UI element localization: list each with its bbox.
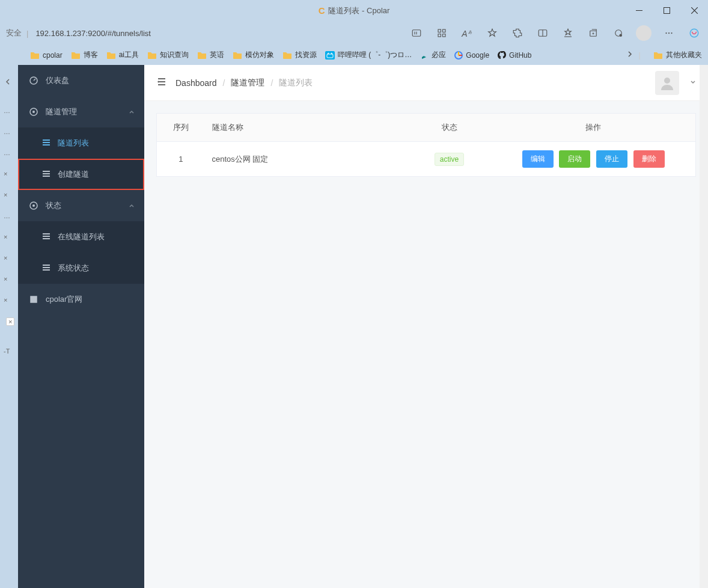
svg-rect-22 [43,144,50,145]
nav-tunnel-list[interactable]: 隧道列表 [18,127,144,159]
nav-dashboard[interactable]: 仪表盘 [18,65,144,96]
col-name-header: 隧道名称 [205,114,407,142]
bookmark-resources[interactable]: 找资源 [282,50,317,60]
nav-system-status[interactable]: 系统状态 [18,253,144,284]
nav-create-tunnel[interactable]: 创建隧道 [18,159,144,190]
tab-indicator[interactable]: … [4,128,10,135]
status-icon [29,201,38,210]
bookmark-bilibili[interactable]: 哔哩哔哩 (゜-゜)つロ… [325,50,412,60]
bookmark-imitation[interactable]: 模仿对象 [233,50,274,60]
bookmark-separator: | [639,51,641,60]
window-maximize-button[interactable] [653,0,680,21]
dashboard-icon [29,76,38,85]
nav-official-label: cpolar官网 [46,294,82,305]
bookmark-overflow-icon[interactable] [626,51,633,60]
window-close-button[interactable] [680,0,708,21]
qr-icon[interactable] [432,23,452,43]
text-size-icon[interactable]: Aぁ [457,23,477,43]
favorite-star-icon[interactable] [482,23,502,43]
edit-button[interactable]: 编辑 [522,150,554,168]
user-avatar[interactable] [655,71,679,95]
tab-strip: … … … × × … × × × × × -T [0,65,18,588]
user-menu-chevron-icon[interactable] [690,78,696,87]
tab-close-icon[interactable]: × [4,254,7,262]
svg-rect-20 [43,139,50,141]
svg-rect-29 [43,236,50,237]
window-titlebar: C 隧道列表 - Cpolar [0,0,708,21]
svg-rect-31 [43,265,50,266]
chevron-up-icon [129,201,135,210]
tab-close-icon[interactable]: × [4,233,7,240]
nav-tunnel-mgmt-label: 隧道管理 [46,106,77,117]
bookmark-ai-tools[interactable]: ai工具 [106,50,139,60]
profile-avatar-icon[interactable] [633,23,654,43]
svg-rect-21 [43,142,50,143]
favorites-list-icon[interactable] [558,23,578,43]
svg-point-13 [671,32,672,34]
url-separator: | [26,29,28,38]
breadcrumb-dashboard[interactable]: Dashboard [175,78,217,88]
nav-tunnel-management[interactable]: 隧道管理 [18,96,144,127]
more-menu-icon[interactable] [659,23,679,43]
list-icon [42,170,50,180]
nav-official-site[interactable]: cpolar官网 [18,284,144,315]
content-topbar: Dashboard / 隧道管理 / 隧道列表 [144,65,708,101]
reader-mode-icon[interactable] [406,23,427,43]
tab-indicator[interactable]: … [4,107,10,114]
tab-close-icon[interactable]: × [4,170,7,177]
svg-rect-33 [43,269,50,271]
bookmark-github[interactable]: GitHub [498,51,531,60]
chevron-up-icon [129,108,135,117]
bookmark-google[interactable]: Google [454,51,489,60]
menu-toggle-icon[interactable] [156,76,167,89]
svg-rect-28 [43,233,50,234]
window-minimize-button[interactable] [625,0,653,21]
tunnel-icon [29,107,38,117]
svg-rect-30 [43,238,50,239]
security-indicator[interactable]: 安全 [6,28,22,38]
window-title: 隧道列表 - Cpolar [328,5,389,16]
breadcrumb-tunnel-mgmt[interactable]: 隧道管理 [231,78,264,88]
bookmark-bing[interactable]: 必应 [420,50,446,60]
tab-close-icon[interactable]: × [4,275,7,283]
bookmark-blog[interactable]: 博客 [71,50,98,60]
copilot-icon[interactable] [684,23,704,43]
tab-close-icon[interactable]: × [4,296,7,304]
nav-online-list-label: 在线隧道列表 [58,231,105,242]
tab-indicator[interactable]: … [4,149,10,156]
svg-point-19 [32,111,35,113]
breadcrumb-tunnel-list: 隧道列表 [279,78,313,88]
bookmark-bar: cpolar 博客 ai工具 知识查询 英语 模仿对象 找资源 哔哩哔哩 (゜-… [0,45,708,65]
main-content: Dashboard / 隧道管理 / 隧道列表 序列 隧道名称 状态 操作 [144,65,708,588]
cell-name: centos公网 固定 [205,142,407,177]
bookmark-other-folder[interactable]: 其他收藏夹 [653,50,702,60]
bookmark-knowledge[interactable]: 知识查询 [147,50,189,60]
svg-rect-4 [443,29,446,32]
browser-tools-icon[interactable] [608,23,629,43]
url-text[interactable]: 192.168.1.237:9200/#/tunnels/list [35,29,151,38]
svg-point-27 [32,204,35,207]
nav-status-label: 状态 [46,200,61,211]
svg-rect-14 [325,51,335,60]
nav-sys-status-label: 系统状态 [58,263,89,274]
stop-button[interactable]: 停止 [596,150,627,168]
extensions-icon[interactable] [507,23,528,43]
tab-indicator[interactable]: × [6,317,14,326]
bookmark-cpolar[interactable]: cpolar [30,51,63,60]
delete-button[interactable]: 删除 [633,150,665,168]
svg-point-10 [620,34,623,37]
split-screen-icon[interactable] [533,23,553,43]
tab-indicator[interactable]: … [4,212,10,219]
nav-status[interactable]: 状态 [18,190,144,221]
scrollbar-track[interactable] [700,65,708,588]
svg-rect-5 [438,34,441,37]
nav-online-tunnel-list[interactable]: 在线隧道列表 [18,221,144,253]
collections-icon[interactable] [583,23,603,43]
bookmark-english[interactable]: 英语 [197,50,224,60]
table-row: 1 centos公网 固定 active 编辑 启动 停止 删除 [157,142,696,177]
start-button[interactable]: 启动 [559,150,590,168]
tab-collapse-icon[interactable] [4,78,11,87]
tab-close-icon[interactable]: × [4,191,7,198]
svg-rect-3 [438,29,441,32]
breadcrumb: Dashboard / 隧道管理 / 隧道列表 [175,78,313,88]
